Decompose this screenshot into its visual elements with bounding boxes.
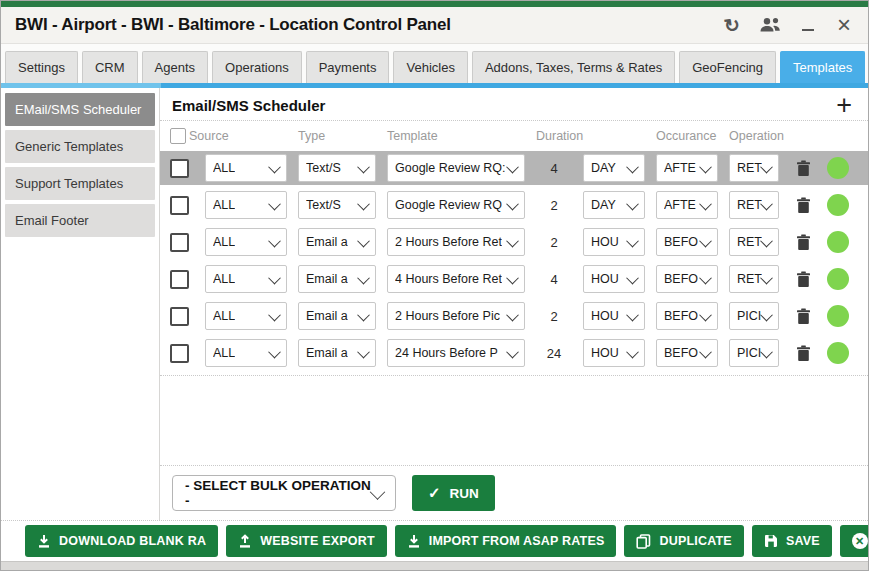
status-active-dot[interactable] (827, 157, 849, 179)
tab-addons-taxes-terms-rates[interactable]: Addons, Taxes, Terms & Rates (472, 51, 675, 83)
type-select[interactable]: Email a (298, 265, 376, 293)
duplicate-button[interactable]: DUPLICATE (624, 525, 743, 557)
row-checkbox[interactable] (170, 233, 189, 252)
status-active-dot[interactable] (827, 305, 849, 327)
duration-unit-select[interactable]: DAY (583, 191, 645, 219)
row-checkbox[interactable] (170, 344, 189, 363)
duration-unit-select[interactable]: HOU (583, 265, 645, 293)
occurance-select[interactable]: BEFO (656, 265, 718, 293)
source-select[interactable]: ALL (205, 339, 287, 367)
occurance-select[interactable]: AFTE (656, 191, 718, 219)
source-select[interactable]: ALL (205, 302, 287, 330)
operation-select[interactable]: RET (729, 191, 779, 219)
source-select[interactable]: ALL (205, 228, 287, 256)
type-select[interactable]: Text/S (298, 154, 376, 182)
download-blank-ra-button[interactable]: DOWNLOAD BLANK RA (25, 525, 218, 557)
delete-row-button[interactable] (790, 197, 816, 214)
trash-icon (796, 234, 811, 251)
select-value: DAY (591, 161, 616, 175)
template-select[interactable]: 24 Hours Before P (387, 339, 525, 367)
website-export-button[interactable]: WEBSITE EXPORT (226, 525, 387, 557)
occurance-select[interactable]: BEFO (656, 228, 718, 256)
table-row: ALL Text/S Google Review RQ: 4 DAY AFTE … (160, 151, 868, 185)
delete-row-button[interactable] (790, 234, 816, 251)
template-select[interactable]: 4 Hours Before Ret (387, 265, 525, 293)
sidebar-item-email-footer[interactable]: Email Footer (5, 204, 155, 237)
status-active-dot[interactable] (827, 342, 849, 364)
minimize-button[interactable] (798, 14, 818, 36)
operation-select[interactable]: RET (729, 228, 779, 256)
titlebar: BWI - Airport - BWI - Baltimore - Locati… (1, 7, 868, 44)
type-select[interactable]: Text/S (298, 191, 376, 219)
source-select[interactable]: ALL (205, 154, 287, 182)
select-value: ALL (213, 161, 235, 175)
close-window-button[interactable]: × (834, 14, 854, 36)
delete-row-button[interactable] (790, 345, 816, 362)
select-value: BEFO (664, 309, 698, 323)
add-scheduler-row-button[interactable]: + (836, 96, 852, 114)
tab-vehicles[interactable]: Vehicles (393, 51, 467, 83)
select-all-checkbox[interactable] (170, 128, 186, 144)
bulk-operation-select[interactable]: - SELECT BULK OPERATION - (172, 475, 396, 511)
template-select[interactable]: 2 Hours Before Ret (387, 228, 525, 256)
select-value: Text/S (306, 198, 341, 212)
occurance-select[interactable]: AFTE (656, 154, 718, 182)
sidebar-item-generic-templates[interactable]: Generic Templates (5, 130, 155, 163)
tab-templates[interactable]: Templates (780, 51, 865, 83)
operation-select[interactable]: PICI (729, 339, 779, 367)
duration-unit-select[interactable]: HOU (583, 339, 645, 367)
row-checkbox[interactable] (170, 196, 189, 215)
tab-geofencing[interactable]: GeoFencing (679, 51, 776, 83)
template-select[interactable]: Google Review RQ: (387, 154, 525, 182)
users-button[interactable] (758, 14, 782, 36)
chevron-down-icon (357, 234, 370, 247)
operation-select[interactable]: RET (729, 154, 779, 182)
occurance-select[interactable]: BEFO (656, 302, 718, 330)
status-active-dot[interactable] (827, 194, 849, 216)
select-value: ALL (213, 272, 235, 286)
row-checkbox[interactable] (170, 307, 189, 326)
row-checkbox[interactable] (170, 159, 189, 178)
duration-unit-select[interactable]: DAY (583, 154, 645, 182)
duration-value: 4 (536, 272, 572, 287)
button-label: WEBSITE EXPORT (260, 534, 375, 548)
tab-payments[interactable]: Payments (306, 51, 390, 83)
type-select[interactable]: Email a (298, 228, 376, 256)
tab-operations[interactable]: Operations (212, 51, 302, 83)
source-select[interactable]: ALL (205, 265, 287, 293)
trash-icon (796, 271, 811, 288)
delete-row-button[interactable] (790, 160, 816, 177)
refresh-button[interactable]: ↻ (722, 14, 742, 36)
template-select[interactable]: Google Review RQ (387, 191, 525, 219)
tab-agents[interactable]: Agents (142, 51, 208, 83)
tab-crm[interactable]: CRM (82, 51, 138, 83)
sidebar-item-email-sms-scheduler[interactable]: EMail/SMS Scheduler (5, 93, 155, 126)
save-button[interactable]: SAVE (752, 525, 832, 557)
delete-row-button[interactable] (790, 271, 816, 288)
duration-value: 4 (536, 161, 572, 176)
chevron-down-icon (370, 484, 386, 500)
duration-unit-select[interactable]: HOU (583, 302, 645, 330)
type-select[interactable]: Email a (298, 339, 376, 367)
delete-row-button[interactable] (790, 308, 816, 325)
occurance-select[interactable]: BEFO (656, 339, 718, 367)
status-active-dot[interactable] (827, 268, 849, 290)
chevron-down-icon (268, 197, 281, 210)
import-from-asap-rates-button[interactable]: IMPORT FROM ASAP RATES (395, 525, 617, 557)
operation-select[interactable]: RET (729, 265, 779, 293)
operation-select[interactable]: PICI (729, 302, 779, 330)
tab-settings[interactable]: Settings (5, 51, 78, 83)
source-select[interactable]: ALL (205, 191, 287, 219)
templates-sidebar: EMail/SMS Scheduler Generic Templates Su… (1, 88, 159, 520)
sidebar-item-support-templates[interactable]: Support Templates (5, 167, 155, 200)
type-select[interactable]: Email a (298, 302, 376, 330)
duration-unit-select[interactable]: HOU (583, 228, 645, 256)
status-active-dot[interactable] (827, 231, 849, 253)
template-select[interactable]: 2 Hours Before Pic (387, 302, 525, 330)
chevron-down-icon (626, 197, 639, 210)
close-button[interactable]: ✕ CLOSE (840, 525, 869, 557)
upload-icon (238, 534, 252, 548)
row-checkbox[interactable] (170, 270, 189, 289)
chevron-down-icon (268, 345, 281, 358)
run-bulk-operation-button[interactable]: ✓ RUN (412, 475, 495, 511)
